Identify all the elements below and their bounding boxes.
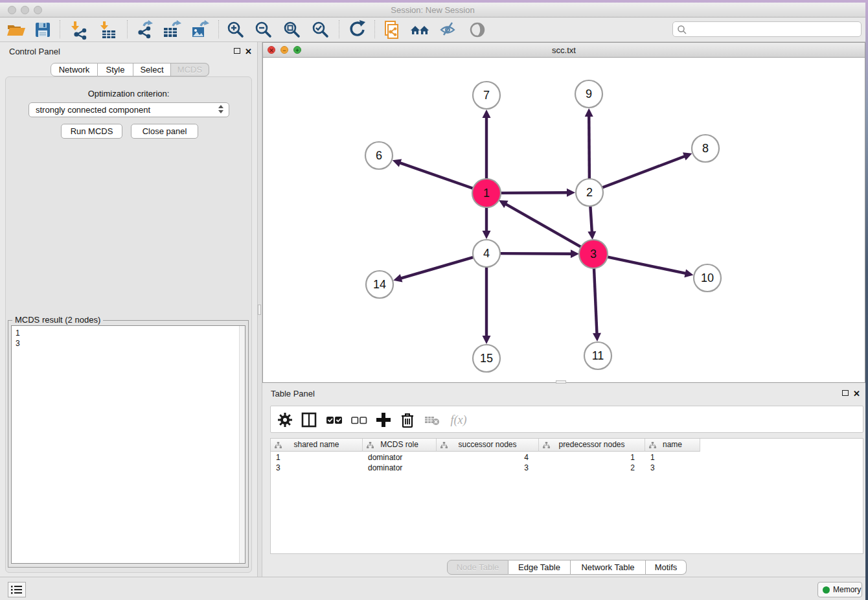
desktop-edge-right xyxy=(865,0,868,600)
graph-node-label: 6 xyxy=(376,149,382,162)
table-cell: 1 xyxy=(271,452,363,463)
result-scrollbar[interactable] xyxy=(239,326,245,563)
graph-node-label: 4 xyxy=(483,247,490,260)
import-table-icon[interactable] xyxy=(98,19,119,40)
graph-edge[interactable] xyxy=(590,205,592,233)
control-tab-select[interactable]: Select xyxy=(133,63,171,76)
graph-edge[interactable] xyxy=(400,257,475,278)
import-network-icon[interactable] xyxy=(69,19,89,40)
table-tab-network-table[interactable]: Network Table xyxy=(571,560,646,575)
run-mcds-button[interactable]: Run MCDS xyxy=(61,124,122,139)
control-tab-mcds[interactable]: MCDS xyxy=(171,63,209,76)
zoom-selected-icon[interactable] xyxy=(310,19,331,40)
column-sort-icon xyxy=(275,442,282,449)
column-header-successor-nodes[interactable]: successor nodes xyxy=(437,439,539,452)
graph-edge[interactable] xyxy=(505,203,583,248)
search-field[interactable] xyxy=(672,21,862,37)
table-panel-close-icon[interactable]: ✕ xyxy=(853,390,860,398)
graph-edge[interactable] xyxy=(594,266,597,334)
hide-selected-icon[interactable] xyxy=(439,19,459,40)
graph-edge[interactable] xyxy=(399,163,475,189)
column-header-MCDS-role[interactable]: MCDS role xyxy=(363,439,437,452)
zoom-out-icon[interactable] xyxy=(253,19,274,40)
task-history-button[interactable] xyxy=(8,582,26,597)
search-icon xyxy=(677,25,687,35)
table-cell: dominator xyxy=(363,463,437,473)
deselect-all-icon[interactable] xyxy=(350,411,368,429)
select-all-icon[interactable] xyxy=(325,411,343,429)
control-tab-style[interactable]: Style xyxy=(98,63,133,76)
graph-edge[interactable] xyxy=(601,156,685,189)
delete-table-icon[interactable] xyxy=(423,411,441,429)
table-row[interactable]: 1dominator411 xyxy=(271,452,700,463)
network-canvas[interactable]: 7968124314101511 xyxy=(263,58,865,382)
edge-arrowhead xyxy=(393,274,402,282)
delete-column-icon[interactable] xyxy=(398,411,417,429)
column-label: successor nodes xyxy=(458,440,516,449)
network-window-titlebar[interactable]: ✕ − + scc.txt xyxy=(263,43,865,58)
zoom-in-icon[interactable] xyxy=(225,19,246,40)
function-builder-icon[interactable]: f(x) xyxy=(447,411,470,429)
zoom-fit-icon[interactable] xyxy=(282,19,303,40)
graph-edge[interactable] xyxy=(499,192,568,193)
horizontal-splitter-grip[interactable] xyxy=(556,380,566,384)
graph-node-label: 7 xyxy=(483,89,490,102)
export-image-icon[interactable] xyxy=(189,19,210,40)
export-network-icon[interactable] xyxy=(134,19,155,40)
graph-node-label: 9 xyxy=(586,87,592,100)
table-cell: 3 xyxy=(645,463,700,473)
table-cell: 4 xyxy=(437,452,539,463)
table-tab-motifs[interactable]: Motifs xyxy=(646,560,687,575)
close-panel-button[interactable]: Close panel xyxy=(131,124,198,139)
node-table[interactable]: shared nameMCDS rolesuccessor nodesprede… xyxy=(270,438,863,554)
network-graph[interactable]: 7968124314101511 xyxy=(263,58,865,382)
column-header-shared-name[interactable]: shared name xyxy=(271,439,363,452)
graph-node-label: 11 xyxy=(592,349,604,362)
vertical-splitter-grip[interactable] xyxy=(258,305,261,315)
app-titlebar: Session: New Session xyxy=(0,3,865,17)
mcds-result-title: MCDS result (2 nodes) xyxy=(12,315,103,325)
control-tab-network[interactable]: Network xyxy=(51,63,98,76)
edge-arrowhead xyxy=(588,231,596,240)
graph-node-label: 14 xyxy=(373,278,386,291)
table-tab-edge-table[interactable]: Edge Table xyxy=(508,560,571,575)
search-input[interactable] xyxy=(689,23,857,35)
save-session-icon[interactable] xyxy=(32,19,53,40)
column-sort-icon xyxy=(367,442,374,449)
select-arrows-icon xyxy=(218,105,223,113)
add-column-icon[interactable] xyxy=(374,411,393,429)
show-all-icon[interactable] xyxy=(468,19,488,40)
column-sort-icon xyxy=(440,442,448,449)
control-panel-close-icon[interactable]: ✕ xyxy=(245,48,252,56)
toolbar-separator xyxy=(127,20,128,38)
split-panel-icon[interactable] xyxy=(300,411,318,429)
edge-arrowhead xyxy=(571,249,579,258)
table-cell: 3 xyxy=(437,463,539,473)
graph-node-label: 1 xyxy=(483,187,490,200)
mcds-result-text[interactable]: 1 3 xyxy=(11,325,246,564)
column-settings-icon[interactable] xyxy=(276,411,294,429)
criterion-select[interactable]: strongly connected component xyxy=(29,102,229,117)
column-header-predecessor-nodes[interactable]: predecessor nodes xyxy=(539,439,645,452)
table-toolbar: f(x) xyxy=(270,406,863,433)
graph-edge[interactable] xyxy=(589,115,589,180)
apply-layout-icon[interactable] xyxy=(347,19,367,40)
table-tab-node-table[interactable]: Node Table xyxy=(447,560,508,575)
graph-edge[interactable] xyxy=(606,257,687,273)
graph-edge[interactable] xyxy=(499,253,572,254)
edge-arrowhead xyxy=(483,336,491,344)
edge-arrowhead xyxy=(393,159,402,167)
open-session-icon[interactable] xyxy=(5,19,26,40)
export-table-icon[interactable] xyxy=(161,19,182,40)
edge-arrowhead xyxy=(567,189,575,197)
column-header-name[interactable]: name xyxy=(645,439,700,452)
first-neighbors-icon[interactable] xyxy=(410,19,431,40)
table-panel-float-icon[interactable] xyxy=(842,390,849,396)
memory-button[interactable]: Memory xyxy=(817,582,862,597)
table-row[interactable]: 3dominator323 xyxy=(271,463,700,473)
control-panel-float-icon[interactable] xyxy=(234,48,240,54)
table-cell: 1 xyxy=(539,452,645,463)
new-network-from-selection-icon[interactable] xyxy=(382,19,403,40)
toolbar-separator xyxy=(218,20,219,38)
column-sort-icon xyxy=(649,442,656,449)
